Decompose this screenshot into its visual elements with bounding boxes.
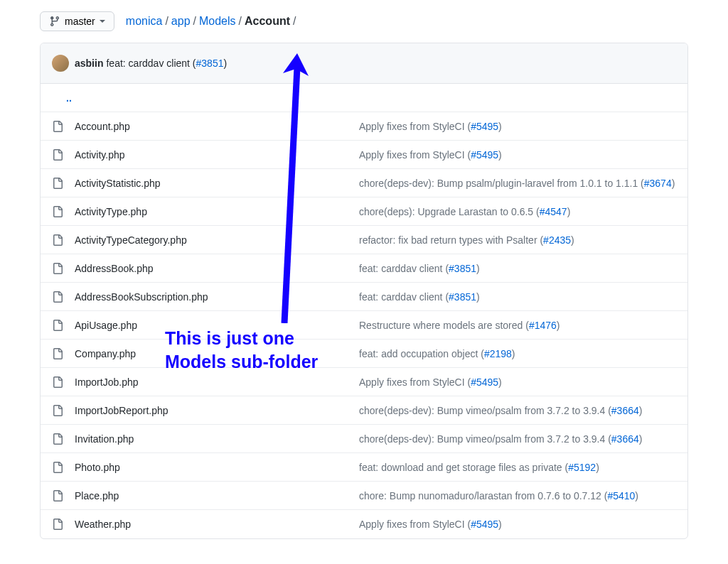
file-commit-link[interactable]: Restructure where models are stored (#14… [359,320,560,331]
file-commit-cell: feat: carddav client (#3851) [359,263,676,274]
file-row: Activity.phpApply fixes from StyleCI (#5… [41,141,687,169]
file-name-cell: Invitation.php [75,433,359,445]
file-link[interactable]: Activity.php [75,149,125,161]
breadcrumb-separator: / [193,15,196,28]
breadcrumb-separator: / [293,15,296,28]
file-row: Company.phpfeat: add occupation object (… [41,340,687,368]
file-commit-link[interactable]: Apply fixes from StyleCI (#5495) [359,121,502,132]
breadcrumb-models[interactable]: Models [199,15,236,28]
file-icon [52,291,63,303]
file-name-cell: Place.php [75,490,359,501]
file-row: ImportJob.phpApply fixes from StyleCI (#… [41,368,687,396]
caret-down-icon [100,20,105,23]
file-row: Account.phpApply fixes from StyleCI (#54… [41,112,687,141]
file-row: ActivityType.phpchore(deps): Upgrade Lar… [41,197,687,226]
file-commit-link[interactable]: feat: add occupation object (#2198) [359,348,515,359]
breadcrumb: monica / app / Models / Account / [126,15,299,28]
breadcrumb-root[interactable]: monica [126,15,163,28]
file-row: AddressBookSubscription.phpfeat: carddav… [41,283,687,311]
file-icon [52,234,63,246]
file-commit-link[interactable]: chore: Bump nunomaduro/larastan from 0.7… [359,490,638,501]
commit-message: feat: carddav client (#3851) [106,58,227,69]
file-commit-link[interactable]: chore(deps): Upgrade Larastan to 0.6.5 (… [359,206,570,217]
commit-issue-link[interactable]: #3851 [196,58,224,69]
file-row: Weather.phpApply fixes from StyleCI (#54… [41,510,687,538]
file-icon [52,263,63,274]
header-row: master monica / app / Models / Account / [40,11,688,31]
file-commit-cell: chore(deps): Upgrade Larastan to 0.6.5 (… [359,206,676,217]
file-link[interactable]: Account.php [75,121,130,132]
file-link[interactable]: ActivityTypeCategory.php [75,234,187,246]
annotation-text: This is just one Models sub-folder [165,327,318,373]
file-commit-cell: feat: add occupation object (#2198) [359,348,676,359]
file-row: AddressBook.phpfeat: carddav client (#38… [41,254,687,283]
file-link[interactable]: ImportJobReport.php [75,405,168,416]
file-commit-link[interactable]: chore(deps-dev): Bump vimeo/psalm from 3… [359,405,642,416]
file-icon [52,519,63,530]
file-commit-link[interactable]: feat: carddav client (#3851) [359,291,480,303]
file-commit-cell: chore(deps-dev): Bump psalm/plugin-larav… [359,178,676,189]
file-row: ActivityStatistic.phpchore(deps-dev): Bu… [41,169,687,197]
file-commit-cell: Apply fixes from StyleCI (#5495) [359,149,676,161]
file-listing-box: asbiin feat: carddav client (#3851) .. A… [40,43,688,539]
file-commit-link[interactable]: chore(deps-dev): Bump psalm/plugin-larav… [359,178,675,189]
file-icon [52,206,63,217]
file-commit-cell: chore: Bump nunomaduro/larastan from 0.7… [359,490,676,501]
file-link[interactable]: Weather.php [75,519,131,530]
file-icon [52,178,63,189]
file-commit-cell: Apply fixes from StyleCI (#5495) [359,376,676,388]
breadcrumb-current: Account [245,15,290,28]
breadcrumb-separator: / [165,15,168,28]
file-commit-link[interactable]: chore(deps-dev): Bump vimeo/psalm from 3… [359,433,642,445]
file-link[interactable]: Place.php [75,490,119,501]
file-commit-link[interactable]: feat: carddav client (#3851) [359,263,480,274]
file-commit-cell: feat: carddav client (#3851) [359,291,676,303]
file-row: Place.phpchore: Bump nunomaduro/larastan… [41,482,687,510]
parent-directory-row[interactable]: .. [41,84,687,112]
latest-commit-header: asbiin feat: carddav client (#3851) [41,43,687,84]
file-name-cell: ImportJob.php [75,376,359,388]
file-link[interactable]: AddressBook.php [75,263,154,274]
breadcrumb-separator: / [239,15,242,28]
file-icon [52,121,63,132]
file-link[interactable]: ActivityType.php [75,206,147,217]
file-name-cell: ImportJobReport.php [75,405,359,416]
file-row: ActivityTypeCategory.phprefactor: fix ba… [41,226,687,254]
file-link[interactable]: Photo.php [75,462,120,473]
file-icon [52,462,63,473]
commit-author[interactable]: asbiin [75,58,103,69]
file-commit-cell: Restructure where models are stored (#14… [359,320,676,331]
file-name-cell: Weather.php [75,519,359,530]
file-row: ImportJobReport.phpchore(deps-dev): Bump… [41,396,687,425]
file-commit-link[interactable]: Apply fixes from StyleCI (#5495) [359,149,502,161]
branch-name: master [65,16,95,27]
file-commit-cell: refactor: fix bad return types with Psal… [359,234,676,246]
file-icon [52,348,63,359]
file-commit-cell: chore(deps-dev): Bump vimeo/psalm from 3… [359,433,676,445]
file-commit-cell: chore(deps-dev): Bump vimeo/psalm from 3… [359,405,676,416]
file-link[interactable]: ActivityStatistic.php [75,178,161,189]
breadcrumb-app[interactable]: app [171,15,191,28]
file-commit-link[interactable]: Apply fixes from StyleCI (#5495) [359,519,502,530]
file-commit-cell: Apply fixes from StyleCI (#5495) [359,519,676,530]
avatar[interactable] [52,55,69,72]
file-commit-cell: Apply fixes from StyleCI (#5495) [359,121,676,132]
file-link[interactable]: Invitation.php [75,433,134,445]
file-link[interactable]: AddressBookSubscription.php [75,291,208,303]
file-icon [52,405,63,416]
file-commit-link[interactable]: Apply fixes from StyleCI (#5495) [359,376,502,388]
svg-line-1 [284,67,297,323]
file-icon [52,490,63,501]
file-row: Photo.phpfeat: download and get storage … [41,453,687,482]
file-commit-link[interactable]: feat: download and get storage files as … [359,462,599,473]
parent-directory-link[interactable]: .. [66,92,72,104]
file-row: Invitation.phpchore(deps-dev): Bump vime… [41,425,687,453]
file-commit-link[interactable]: refactor: fix bad return types with Psal… [359,234,574,246]
branch-selector-button[interactable]: master [40,11,114,31]
annotation-arrow [277,53,320,323]
file-link[interactable]: Company.php [75,348,136,359]
file-link[interactable]: ApiUsage.php [75,320,137,331]
file-icon [52,320,63,331]
git-branch-icon [49,16,60,27]
file-link[interactable]: ImportJob.php [75,376,139,388]
